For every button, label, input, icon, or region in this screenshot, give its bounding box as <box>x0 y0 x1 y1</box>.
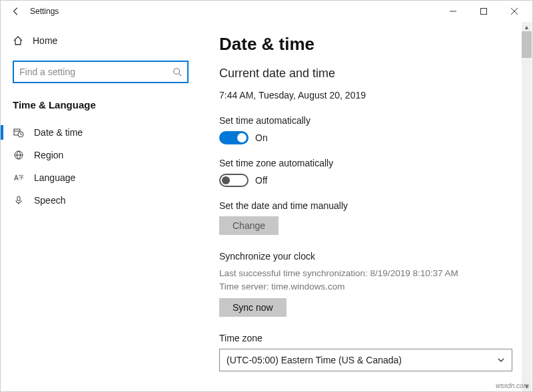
calendar-clock-icon <box>13 127 25 138</box>
globe-icon <box>13 150 25 160</box>
sidebar-item-speech[interactable]: Speech <box>1 189 201 212</box>
auto-time-toggle[interactable] <box>219 131 249 144</box>
svg-text:字: 字 <box>19 174 24 180</box>
auto-time-state: On <box>255 132 268 143</box>
svg-rect-16 <box>17 196 20 201</box>
close-button[interactable] <box>499 1 530 22</box>
sidebar-item-date-time[interactable]: Date & time <box>1 121 201 144</box>
svg-text:A: A <box>14 174 19 182</box>
home-label: Home <box>33 35 57 46</box>
microphone-icon <box>13 195 25 206</box>
sync-server: Time server: time.windows.com <box>219 280 508 294</box>
home-icon <box>13 35 23 46</box>
timezone-selected: (UTC-05:00) Eastern Time (US & Canada) <box>227 355 402 365</box>
sidebar-item-region[interactable]: Region <box>1 144 201 166</box>
search-input[interactable] <box>19 67 173 77</box>
sync-last: Last successful time synchronization: 8/… <box>219 267 508 280</box>
auto-tz-state: Off <box>255 175 267 186</box>
svg-point-4 <box>174 69 180 75</box>
svg-rect-1 <box>481 9 487 15</box>
scrollbar[interactable]: ▲ ▼ <box>522 22 532 391</box>
back-icon[interactable] <box>11 7 21 16</box>
language-icon: A字 <box>13 172 25 183</box>
sidebar-category: Time & Language <box>1 95 201 121</box>
minimize-button[interactable] <box>438 1 468 22</box>
sync-heading: Synchronize your clock <box>219 251 508 262</box>
sidebar: Home Time & Language Date & time Reg <box>1 22 201 391</box>
scrollbar-thumb[interactable] <box>522 31 532 58</box>
sidebar-item-label: Region <box>34 150 63 160</box>
main-content: Date & time Current date and time 7:44 A… <box>201 22 532 391</box>
titlebar: Settings <box>1 1 532 22</box>
maximize-button[interactable] <box>468 1 499 22</box>
page-title: Date & time <box>219 34 508 55</box>
change-button[interactable]: Change <box>219 216 278 235</box>
search-icon <box>173 67 182 77</box>
chevron-down-icon <box>497 356 505 364</box>
sidebar-item-language[interactable]: A字 Language <box>1 166 201 189</box>
timezone-label: Time zone <box>219 333 508 343</box>
manual-datetime-label: Set the date and time manually <box>219 200 508 211</box>
auto-tz-label: Set time zone automatically <box>219 158 508 168</box>
auto-time-label: Set time automatically <box>219 115 508 126</box>
timezone-select[interactable]: (UTC-05:00) Eastern Time (US & Canada) <box>219 349 512 371</box>
sidebar-home[interactable]: Home <box>1 29 201 53</box>
current-datetime-value: 7:44 AM, Tuesday, August 20, 2019 <box>219 90 508 100</box>
auto-tz-toggle[interactable] <box>219 174 249 187</box>
watermark: wsxdn.com <box>496 382 529 389</box>
sidebar-item-label: Language <box>34 172 75 183</box>
scroll-up-icon[interactable]: ▲ <box>522 22 532 32</box>
sidebar-item-label: Date & time <box>34 127 83 138</box>
window-title: Settings <box>30 7 59 16</box>
search-box[interactable] <box>13 61 189 83</box>
svg-line-5 <box>179 74 182 77</box>
sync-now-button[interactable]: Sync now <box>219 298 286 317</box>
sidebar-item-label: Speech <box>34 195 65 206</box>
current-datetime-heading: Current date and time <box>219 67 508 81</box>
